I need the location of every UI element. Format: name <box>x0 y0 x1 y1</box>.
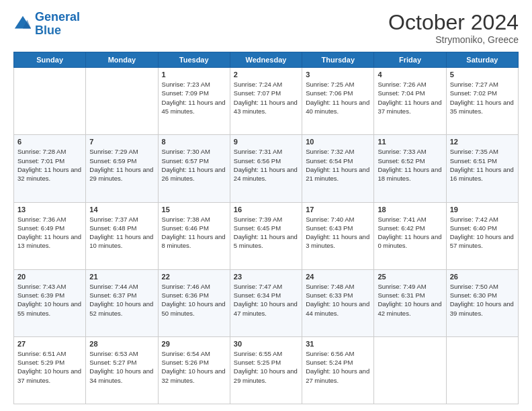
day-detail: Sunrise: 7:48 AMSunset: 6:33 PMDaylight:… <box>306 282 370 318</box>
day-number: 4 <box>378 71 442 79</box>
day-number: 28 <box>89 340 154 348</box>
day-number: 7 <box>89 138 154 146</box>
calendar-cell: 8Sunrise: 7:30 AMSunset: 6:57 PMDaylight… <box>158 135 230 202</box>
calendar-table: SundayMondayTuesdayWednesdayThursdayFrid… <box>13 52 519 404</box>
day-number: 12 <box>450 138 515 146</box>
day-number: 18 <box>378 205 442 214</box>
day-number: 17 <box>306 205 370 214</box>
weekday-header: Thursday <box>302 52 374 68</box>
calendar-week-row: 6Sunrise: 7:28 AMSunset: 7:01 PMDaylight… <box>14 135 519 202</box>
calendar-cell: 9Sunrise: 7:31 AMSunset: 6:56 PMDaylight… <box>230 135 302 202</box>
day-number: 1 <box>162 71 226 79</box>
day-number: 6 <box>17 138 82 146</box>
day-detail: Sunrise: 7:24 AMSunset: 7:07 PMDaylight:… <box>234 80 298 116</box>
calendar-cell: 22Sunrise: 7:46 AMSunset: 6:36 PMDayligh… <box>158 269 230 336</box>
month-title: October 2024 <box>388 11 519 34</box>
day-number: 23 <box>234 273 298 281</box>
day-detail: Sunrise: 7:23 AMSunset: 7:09 PMDaylight:… <box>162 80 226 116</box>
page: General Blue October 2024 Strymoniko, Gr… <box>0 0 532 411</box>
calendar-cell: 4Sunrise: 7:26 AMSunset: 7:04 PMDaylight… <box>374 68 446 135</box>
calendar-cell: 31Sunrise: 6:56 AMSunset: 5:24 PMDayligh… <box>302 336 374 404</box>
day-detail: Sunrise: 7:46 AMSunset: 6:36 PMDaylight:… <box>162 282 226 318</box>
logo-text: General Blue <box>35 11 80 38</box>
day-detail: Sunrise: 7:30 AMSunset: 6:57 PMDaylight:… <box>162 147 226 183</box>
title-block: October 2024 Strymoniko, Greece <box>388 11 519 45</box>
day-number: 26 <box>450 273 515 281</box>
day-detail: Sunrise: 7:31 AMSunset: 6:56 PMDaylight:… <box>234 147 298 183</box>
calendar-cell: 3Sunrise: 7:25 AMSunset: 7:06 PMDaylight… <box>302 68 374 135</box>
day-number: 19 <box>450 205 515 214</box>
day-number: 14 <box>89 205 154 214</box>
calendar-cell: 6Sunrise: 7:28 AMSunset: 7:01 PMDaylight… <box>14 135 86 202</box>
day-detail: Sunrise: 7:29 AMSunset: 6:59 PMDaylight:… <box>89 147 154 183</box>
day-detail: Sunrise: 7:26 AMSunset: 7:04 PMDaylight:… <box>378 80 442 116</box>
day-number: 8 <box>162 138 226 146</box>
day-number: 21 <box>89 273 154 281</box>
logo: General Blue <box>13 11 80 38</box>
day-detail: Sunrise: 6:53 AMSunset: 5:27 PMDaylight:… <box>89 349 154 385</box>
weekday-header: Wednesday <box>230 52 302 68</box>
calendar-cell: 19Sunrise: 7:42 AMSunset: 6:40 PMDayligh… <box>446 202 518 269</box>
day-number: 11 <box>378 138 442 146</box>
calendar-cell: 21Sunrise: 7:44 AMSunset: 6:37 PMDayligh… <box>86 269 158 336</box>
day-detail: Sunrise: 7:33 AMSunset: 6:52 PMDaylight:… <box>378 147 442 183</box>
day-number: 25 <box>378 273 442 281</box>
day-detail: Sunrise: 6:55 AMSunset: 5:25 PMDaylight:… <box>234 349 298 385</box>
day-detail: Sunrise: 7:39 AMSunset: 6:45 PMDaylight:… <box>234 215 298 250</box>
day-number: 20 <box>17 273 82 281</box>
calendar-cell: 27Sunrise: 6:51 AMSunset: 5:29 PMDayligh… <box>14 336 86 404</box>
day-number: 15 <box>162 205 226 214</box>
day-detail: Sunrise: 7:38 AMSunset: 6:46 PMDaylight:… <box>162 215 226 250</box>
header: General Blue October 2024 Strymoniko, Gr… <box>13 11 519 45</box>
day-detail: Sunrise: 7:25 AMSunset: 7:06 PMDaylight:… <box>306 80 370 116</box>
day-number: 9 <box>234 138 298 146</box>
calendar-cell: 23Sunrise: 7:47 AMSunset: 6:34 PMDayligh… <box>230 269 302 336</box>
calendar-cell: 5Sunrise: 7:27 AMSunset: 7:02 PMDaylight… <box>446 68 518 135</box>
day-detail: Sunrise: 6:56 AMSunset: 5:24 PMDaylight:… <box>306 349 370 385</box>
day-number: 30 <box>234 340 298 348</box>
day-number: 31 <box>306 340 370 348</box>
day-detail: Sunrise: 6:51 AMSunset: 5:29 PMDaylight:… <box>17 349 82 385</box>
day-number: 22 <box>162 273 226 281</box>
calendar-cell: 1Sunrise: 7:23 AMSunset: 7:09 PMDaylight… <box>158 68 230 135</box>
calendar-cell: 20Sunrise: 7:43 AMSunset: 6:39 PMDayligh… <box>14 269 86 336</box>
calendar-week-row: 27Sunrise: 6:51 AMSunset: 5:29 PMDayligh… <box>14 336 519 404</box>
day-detail: Sunrise: 6:54 AMSunset: 5:26 PMDaylight:… <box>162 349 226 385</box>
day-number: 16 <box>234 205 298 214</box>
day-detail: Sunrise: 7:47 AMSunset: 6:34 PMDaylight:… <box>234 282 298 318</box>
day-detail: Sunrise: 7:27 AMSunset: 7:02 PMDaylight:… <box>450 80 515 116</box>
calendar-cell: 7Sunrise: 7:29 AMSunset: 6:59 PMDaylight… <box>86 135 158 202</box>
day-detail: Sunrise: 7:41 AMSunset: 6:42 PMDaylight:… <box>378 215 442 250</box>
logo-general: General <box>35 10 80 24</box>
weekday-header: Friday <box>374 52 446 68</box>
calendar-week-row: 13Sunrise: 7:36 AMSunset: 6:49 PMDayligh… <box>14 202 519 269</box>
day-detail: Sunrise: 7:44 AMSunset: 6:37 PMDaylight:… <box>89 282 154 318</box>
calendar-cell: 30Sunrise: 6:55 AMSunset: 5:25 PMDayligh… <box>230 336 302 404</box>
day-number: 2 <box>234 71 298 79</box>
day-detail: Sunrise: 7:36 AMSunset: 6:49 PMDaylight:… <box>17 215 82 250</box>
day-detail: Sunrise: 7:32 AMSunset: 6:54 PMDaylight:… <box>306 147 370 183</box>
calendar-cell: 25Sunrise: 7:49 AMSunset: 6:31 PMDayligh… <box>374 269 446 336</box>
day-detail: Sunrise: 7:50 AMSunset: 6:30 PMDaylight:… <box>450 282 515 318</box>
day-number: 5 <box>450 71 515 79</box>
calendar-cell: 11Sunrise: 7:33 AMSunset: 6:52 PMDayligh… <box>374 135 446 202</box>
weekday-header-row: SundayMondayTuesdayWednesdayThursdayFrid… <box>14 52 519 68</box>
calendar-cell: 15Sunrise: 7:38 AMSunset: 6:46 PMDayligh… <box>158 202 230 269</box>
calendar-cell: 29Sunrise: 6:54 AMSunset: 5:26 PMDayligh… <box>158 336 230 404</box>
day-number: 27 <box>17 340 82 348</box>
calendar-cell: 10Sunrise: 7:32 AMSunset: 6:54 PMDayligh… <box>302 135 374 202</box>
day-detail: Sunrise: 7:37 AMSunset: 6:48 PMDaylight:… <box>89 215 154 250</box>
day-detail: Sunrise: 7:49 AMSunset: 6:31 PMDaylight:… <box>378 282 442 318</box>
calendar-cell: 16Sunrise: 7:39 AMSunset: 6:45 PMDayligh… <box>230 202 302 269</box>
calendar-cell: 13Sunrise: 7:36 AMSunset: 6:49 PMDayligh… <box>14 202 86 269</box>
weekday-header: Tuesday <box>158 52 230 68</box>
logo-icon <box>13 15 32 34</box>
day-detail: Sunrise: 7:28 AMSunset: 7:01 PMDaylight:… <box>17 147 82 183</box>
weekday-header: Sunday <box>14 52 86 68</box>
day-number: 24 <box>306 273 370 281</box>
logo-blue: Blue <box>35 24 61 37</box>
calendar-cell: 2Sunrise: 7:24 AMSunset: 7:07 PMDaylight… <box>230 68 302 135</box>
day-detail: Sunrise: 7:43 AMSunset: 6:39 PMDaylight:… <box>17 282 82 318</box>
calendar-week-row: 1Sunrise: 7:23 AMSunset: 7:09 PMDaylight… <box>14 68 519 135</box>
calendar-cell: 24Sunrise: 7:48 AMSunset: 6:33 PMDayligh… <box>302 269 374 336</box>
